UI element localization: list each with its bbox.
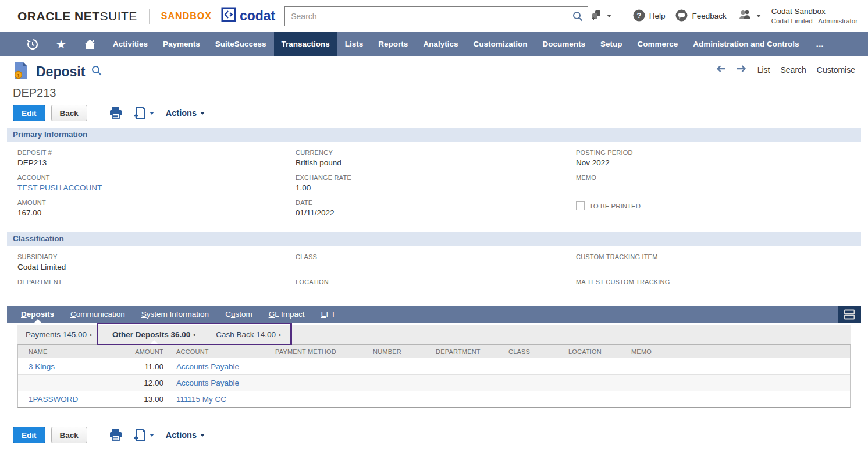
quick-add-menu[interactable] bbox=[590, 9, 611, 23]
account-name: Codat Sandbox bbox=[771, 7, 858, 17]
field-posting-period: POSTING PERIOD Nov 2022 bbox=[576, 149, 868, 168]
tab-gl-impact[interactable]: GL Impact bbox=[261, 306, 313, 323]
field-department: DEPARTMENT bbox=[17, 278, 296, 298]
svg-text:?: ? bbox=[636, 11, 641, 20]
nav-item-documents[interactable]: Documents bbox=[535, 32, 593, 56]
name-link[interactable]: 3 Kings bbox=[18, 362, 114, 371]
table-row: 3 Kings 11.00 Accounts Payable bbox=[18, 358, 850, 374]
record-toolbar-top: Edit Back Actions bbox=[13, 105, 868, 121]
caret-down-icon bbox=[200, 112, 205, 115]
nav-item-administration[interactable]: Administration and Controls bbox=[685, 32, 806, 56]
role-switcher[interactable] bbox=[737, 9, 761, 23]
feedback-icon bbox=[675, 9, 688, 23]
caret-down-icon bbox=[150, 434, 154, 437]
table-row: 1PASSWORD 13.00 111115 My CC bbox=[18, 391, 850, 407]
panel-layout-toggle[interactable] bbox=[838, 306, 861, 323]
svg-text:1: 1 bbox=[17, 73, 20, 79]
nav-item-commerce[interactable]: Commerce bbox=[629, 32, 685, 56]
primary-information-fields: DEPOSIT # DEP213 ACCOUNT TEST PUSH ACCOU… bbox=[0, 142, 868, 225]
add-record-icon[interactable] bbox=[133, 429, 154, 441]
record-top-links: List Search Customise bbox=[716, 65, 855, 75]
search-icon[interactable] bbox=[572, 10, 584, 24]
roles-icon bbox=[737, 9, 752, 23]
deposit-subtabs: Payments 145.00• Other Deposits 36.00• C… bbox=[17, 325, 851, 344]
nav-item-analytics[interactable]: Analytics bbox=[415, 32, 465, 56]
print-icon[interactable] bbox=[109, 429, 123, 441]
field-account: ACCOUNT TEST PUSH ACCOUNT bbox=[17, 174, 296, 193]
nav-item-payments[interactable]: Payments bbox=[155, 32, 208, 56]
actions-menu[interactable]: Actions bbox=[166, 430, 205, 440]
field-class: CLASS bbox=[296, 253, 576, 273]
field-memo: MEMO bbox=[576, 174, 868, 193]
subtab-cash-back[interactable]: Cash Back 14.00• bbox=[214, 325, 283, 344]
nav-more-button[interactable]: ... bbox=[806, 32, 833, 56]
back-button[interactable]: Back bbox=[51, 105, 87, 121]
nav-item-setup[interactable]: Setup bbox=[593, 32, 630, 56]
actions-menu[interactable]: Actions bbox=[166, 108, 205, 118]
field-deposit-number: DEPOSIT # DEP213 bbox=[17, 149, 296, 168]
record-tabs: Deposits Communication System Informatio… bbox=[7, 306, 861, 323]
nav-item-transactions[interactable]: Transactions bbox=[274, 32, 337, 56]
tab-custom[interactable]: Custom bbox=[217, 306, 261, 323]
print-icon[interactable] bbox=[109, 107, 123, 119]
nav-item-customization[interactable]: Customization bbox=[465, 32, 535, 56]
field-to-be-printed: TO BE PRINTED bbox=[576, 201, 868, 210]
tab-communication[interactable]: Communication bbox=[62, 306, 133, 323]
add-record-icon[interactable] bbox=[133, 107, 154, 119]
caret-down-icon bbox=[150, 112, 154, 115]
back-arrow-icon[interactable] bbox=[716, 65, 726, 75]
tab-deposits[interactable]: Deposits bbox=[13, 306, 62, 323]
header-right-cluster: ? Help Feedback Codat Sandbox Codat Limi… bbox=[590, 7, 858, 25]
record-toolbar-bottom: Edit Back Actions bbox=[13, 427, 868, 443]
field-date: DATE 01/11/2022 bbox=[296, 199, 576, 218]
global-search-input[interactable] bbox=[284, 6, 588, 26]
forward-arrow-icon[interactable] bbox=[737, 65, 747, 75]
field-ma-test-custom-tracking: MA TEST CUSTOM TRACKING bbox=[576, 278, 868, 298]
primary-information-header: Primary Information bbox=[7, 128, 861, 142]
nav-item-reports[interactable]: Reports bbox=[371, 32, 415, 56]
table-row: 12.00 Accounts Payable bbox=[18, 374, 850, 391]
edit-button[interactable]: Edit bbox=[13, 105, 45, 121]
field-subsidiary: SUBSIDIARY Codat Limited bbox=[17, 253, 296, 273]
help-icon: ? bbox=[633, 9, 645, 23]
record-search-icon[interactable] bbox=[91, 65, 102, 79]
main-nav: ★ Activities Payments SuiteSuccess Trans… bbox=[0, 32, 868, 56]
name-link[interactable]: 1PASSWORD bbox=[18, 395, 114, 404]
account-info[interactable]: Codat Sandbox Codat Limited - Administra… bbox=[771, 7, 858, 25]
recent-records-icon[interactable] bbox=[17, 32, 48, 56]
feedback-menu[interactable]: Feedback bbox=[675, 9, 726, 23]
nav-item-lists[interactable]: Lists bbox=[337, 32, 371, 56]
account-link[interactable]: 111115 My CC bbox=[169, 395, 268, 404]
sandbox-badge: SANDBOX bbox=[161, 11, 212, 22]
to-be-printed-checkbox[interactable] bbox=[576, 201, 585, 210]
subtab-payments[interactable]: Payments 145.00• bbox=[23, 325, 94, 344]
caret-down-icon bbox=[756, 15, 761, 17]
account-role: Codat Limited - Administrator bbox=[771, 17, 858, 25]
field-custom-tracking-item: CUSTOM TRACKING ITEM bbox=[576, 253, 868, 273]
tab-system-information[interactable]: System Information bbox=[133, 306, 217, 323]
top-header: ORACLE NETSUITE SANDBOX codat ? Help Fee… bbox=[0, 0, 868, 32]
customise-link[interactable]: Customise bbox=[817, 65, 855, 75]
oracle-netsuite-logo: ORACLE NETSUITE bbox=[17, 9, 137, 23]
record-id: DEP213 bbox=[13, 86, 868, 100]
account-link[interactable]: Accounts Payable bbox=[169, 362, 268, 371]
field-exchange-rate: EXCHANGE RATE 1.00 bbox=[296, 174, 576, 193]
tab-eft[interactable]: EFT bbox=[312, 306, 344, 323]
nav-item-suitesuccess[interactable]: SuiteSuccess bbox=[208, 32, 274, 56]
help-menu[interactable]: ? Help bbox=[633, 9, 666, 23]
subtab-other-deposits[interactable]: Other Deposits 36.00• bbox=[110, 325, 198, 344]
header-divider bbox=[149, 9, 150, 24]
nav-item-activities[interactable]: Activities bbox=[105, 32, 155, 56]
quick-add-icon bbox=[590, 9, 603, 23]
shortcuts-star-icon[interactable]: ★ bbox=[48, 32, 74, 56]
edit-button[interactable]: Edit bbox=[13, 427, 45, 443]
codat-icon bbox=[221, 7, 236, 26]
caret-down-icon bbox=[200, 434, 205, 437]
account-link[interactable]: TEST PUSH ACCOUNT bbox=[17, 183, 296, 193]
back-button[interactable]: Back bbox=[51, 427, 87, 443]
search-link[interactable]: Search bbox=[781, 65, 806, 75]
home-icon[interactable] bbox=[74, 32, 105, 56]
account-link[interactable]: Accounts Payable bbox=[169, 379, 268, 387]
list-link[interactable]: List bbox=[757, 65, 770, 75]
field-location: LOCATION bbox=[296, 278, 576, 298]
